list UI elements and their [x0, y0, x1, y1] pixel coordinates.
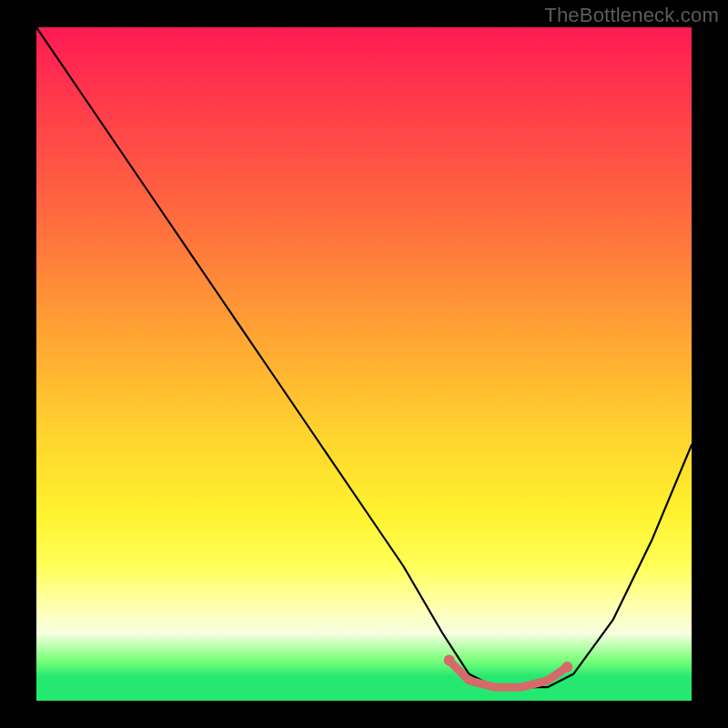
chart-frame: TheBottleneck.com: [0, 0, 728, 728]
bottleneck-curve: [36, 27, 692, 687]
optimal-highlight-endpoint-left: [444, 655, 455, 666]
watermark-text: TheBottleneck.com: [544, 4, 719, 27]
optimal-highlight: [450, 661, 568, 688]
optimal-highlight-endpoint-right: [561, 662, 572, 672]
plot-area: [36, 27, 692, 701]
curve-layer: [36, 27, 692, 701]
